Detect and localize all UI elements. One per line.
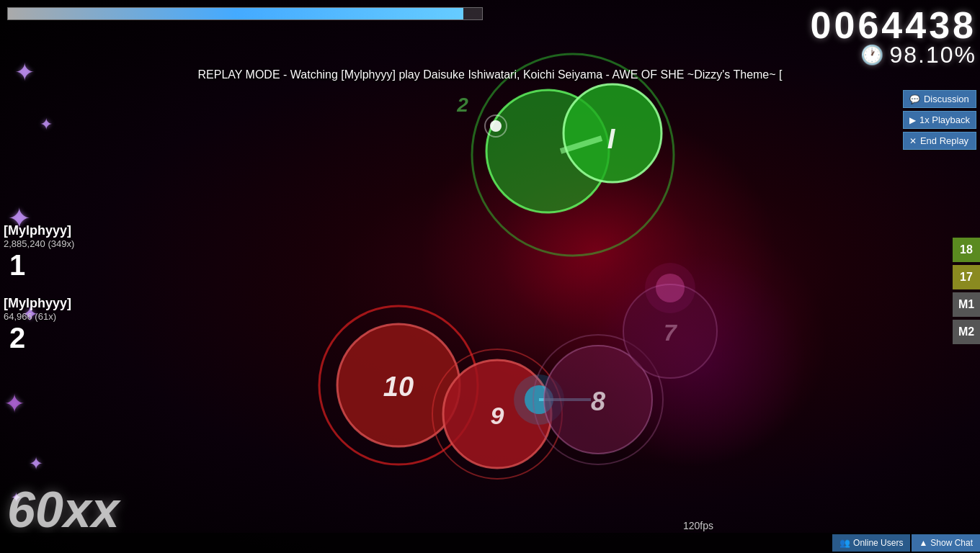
bottom-bar: 👥 Online Users ▲ Show Chat bbox=[0, 533, 980, 553]
badge-m2[interactable]: M2 bbox=[953, 320, 980, 344]
player-entry-2: [Mylphyyy] 64,966 (61x) 2 bbox=[4, 296, 74, 354]
progress-bar-container[interactable] bbox=[7, 7, 483, 20]
playback-button[interactable]: ▶ 1x Playback bbox=[903, 111, 976, 129]
show-chat-label: Show Chat bbox=[930, 538, 973, 548]
fps-display: 120fps bbox=[683, 520, 713, 531]
discussion-label: Discussion bbox=[924, 94, 969, 104]
player-1-score: 2,885,240 (349x) bbox=[4, 238, 74, 249]
player-2-rank: 2 bbox=[9, 322, 25, 354]
replay-banner: REPLAY MODE - Watching [Mylphyyy] play D… bbox=[0, 68, 980, 81]
discussion-button[interactable]: 💬 Discussion bbox=[903, 90, 976, 108]
star-decoration: ✦ bbox=[29, 454, 43, 474]
badge-17[interactable]: 17 bbox=[953, 265, 980, 289]
close-icon: ✕ bbox=[909, 136, 917, 146]
star-decoration: ✦ bbox=[40, 115, 53, 134]
progress-bar-fill bbox=[8, 8, 463, 19]
svg-text:10: 10 bbox=[383, 372, 414, 402]
accuracy-display: 🕐 98.10% bbox=[860, 42, 976, 68]
badge-m1[interactable]: M1 bbox=[953, 292, 980, 317]
score-display: 0064438 bbox=[811, 4, 976, 47]
online-users-label: Online Users bbox=[853, 538, 903, 548]
svg-text:2: 2 bbox=[456, 94, 468, 116]
users-icon: 👥 bbox=[839, 538, 850, 548]
player-entry-1: [Mylphyyy] 2,885,240 (349x) 1 bbox=[4, 223, 74, 282]
combo-display: 60xx bbox=[7, 481, 120, 539]
player-2-name: [Mylphyyy] bbox=[4, 296, 74, 311]
right-panel: 💬 Discussion ▶ 1x Playback ✕ End Replay bbox=[903, 90, 976, 150]
playback-label: 1x Playback bbox=[919, 114, 970, 125]
clock-icon: 🕐 bbox=[860, 44, 885, 66]
chat-icon: 💬 bbox=[909, 94, 920, 104]
player-1-rank: 1 bbox=[9, 249, 25, 282]
chat-bubble-icon: ▲ bbox=[919, 538, 927, 548]
number-badges: 18 17 M1 M2 bbox=[953, 238, 980, 344]
player-scores: [Mylphyyy] 2,885,240 (349x) 1 [Mylphyyy]… bbox=[4, 223, 74, 369]
svg-point-5 bbox=[490, 120, 502, 132]
game-canvas: ✦ ✦ ✦ ✦ ✦ ✦ ✦ I 2 10 9 8 bbox=[0, 0, 980, 553]
player-1-name: [Mylphyyy] bbox=[4, 223, 74, 238]
end-replay-label: End Replay bbox=[920, 135, 968, 146]
player-2-score: 64,966 (61x) bbox=[4, 311, 74, 322]
svg-text:9: 9 bbox=[491, 402, 504, 429]
show-chat-button[interactable]: ▲ Show Chat bbox=[912, 534, 980, 552]
svg-point-9 bbox=[337, 324, 460, 446]
play-icon: ▶ bbox=[909, 115, 916, 125]
star-decoration: ✦ bbox=[4, 389, 25, 419]
end-replay-button[interactable]: ✕ End Replay bbox=[903, 132, 976, 150]
accuracy-value: 98.10% bbox=[889, 42, 976, 68]
badge-18[interactable]: 18 bbox=[953, 238, 980, 262]
online-users-button[interactable]: 👥 Online Users bbox=[832, 534, 910, 552]
